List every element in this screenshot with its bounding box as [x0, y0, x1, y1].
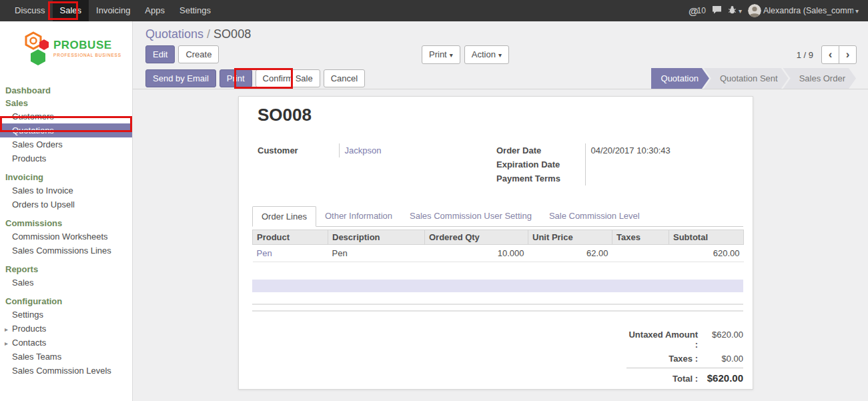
tab-sale-commission-level[interactable]: Sale Commission Level — [540, 206, 648, 226]
tab-order-lines[interactable]: Order Lines — [252, 206, 316, 227]
status-step-quotation[interactable]: Quotation — [651, 68, 709, 89]
brand-tagline: PROFESSIONAL BUSINESS — [53, 53, 121, 57]
sidebar-item-sales-teams[interactable]: Sales Teams — [0, 350, 132, 364]
separator-line — [252, 304, 743, 305]
bug-icon — [728, 5, 737, 16]
print-button[interactable]: Print — [220, 69, 252, 87]
customer-label: Customer — [258, 143, 339, 157]
sidebar-item-products[interactable]: Products — [0, 151, 132, 165]
col-product: Product — [253, 230, 328, 245]
print-dropdown-label: Print — [429, 49, 447, 59]
untaxed-amount-row: Untaxed Amount : $620.00 — [626, 328, 743, 352]
send-by-email-button[interactable]: Send by Email — [145, 69, 216, 87]
breadcrumb: Quotations / SO008 — [145, 27, 251, 41]
cell-subtotal: 620.00 — [669, 245, 744, 262]
untaxed-amount-value: $620.00 — [698, 330, 743, 340]
sidebar-item-orders-to-upsell[interactable]: Orders to Upsell — [0, 197, 132, 212]
expand-arrow-icon: ▸ — [5, 324, 8, 334]
create-button[interactable]: Create — [178, 45, 219, 63]
status-steps: Quotation Quotation Sent Sales Order — [651, 68, 856, 89]
pager-value: 1 / 9 — [797, 50, 813, 60]
sidebar-item-report-sales[interactable]: Sales — [0, 276, 132, 290]
expiration-date-value[interactable] — [585, 157, 735, 171]
sidebar-section-configuration[interactable]: Configuration — [0, 295, 132, 308]
col-unit-price: Unit Price — [528, 230, 612, 245]
payment-terms-label: Payment Terms — [496, 171, 585, 185]
edit-button[interactable]: Edit — [145, 45, 175, 63]
col-taxes: Taxes — [612, 230, 669, 245]
topbar-menu-invoicing[interactable]: Invoicing — [89, 0, 137, 21]
cancel-button[interactable]: Cancel — [324, 69, 365, 87]
control-panel-buttons: Edit Create — [145, 45, 219, 63]
sidebar-item-settings[interactable]: Settings — [0, 308, 132, 322]
sidebar-section-reports[interactable]: Reports — [0, 263, 132, 276]
sidebar-section-commissions[interactable]: Commissions — [0, 217, 132, 230]
confirm-sale-button[interactable]: Confirm Sale — [256, 69, 320, 87]
form-sheet: SO008 Customer Jackpson Order Date 04/20… — [238, 96, 753, 390]
total-label: Total : — [626, 374, 698, 384]
sidebar-item-contacts[interactable]: ▸ Contacts — [0, 336, 132, 350]
topbar-menu-apps[interactable]: Apps — [137, 0, 172, 21]
caret-down-icon: ▾ — [498, 51, 502, 59]
sidebar-section-dashboard[interactable]: Dashboard — [0, 84, 132, 97]
probuse-logo-icon — [24, 31, 51, 69]
probuse-logo: PROBUSE PROFESSIONAL BUSINESS — [0, 21, 132, 79]
sidebar-item-sales-to-invoice[interactable]: Sales to Invoice — [0, 183, 132, 197]
order-lines-section-row — [252, 280, 743, 292]
topbar-menu-settings[interactable]: Settings — [172, 0, 218, 21]
order-date-value[interactable]: 04/20/2017 10:30:43 — [585, 143, 735, 157]
statusbar-buttons: Send by Email Print Confirm Sale Cancel — [145, 69, 365, 87]
topbar-menu-sales[interactable]: Sales — [53, 0, 89, 21]
messages-button[interactable] — [712, 5, 722, 16]
cell-taxes — [612, 245, 669, 262]
caret-down-icon: ▾ — [739, 7, 742, 15]
pager: 1 / 9 ‹ › — [797, 45, 857, 64]
tab-other-information[interactable]: Other Information — [316, 206, 401, 226]
sidebar-item-label: Contacts — [12, 338, 46, 348]
payment-terms-value[interactable] — [585, 171, 735, 185]
taxes-row: Taxes : $0.00 — [626, 352, 743, 366]
top-navbar: Discuss Sales Invoicing Apps Settings @ … — [0, 0, 868, 21]
sidebar-item-config-products[interactable]: ▸ Products — [0, 322, 132, 336]
expiration-date-label: Expiration Date — [496, 157, 585, 171]
cell-description: Pen — [328, 245, 425, 262]
totals-block: Untaxed Amount : $620.00 Taxes : $0.00 T… — [626, 328, 743, 386]
record-title: SO008 — [258, 105, 312, 125]
sidebar-section-sales[interactable]: Sales — [0, 97, 132, 109]
mention-counter[interactable]: @ 10 — [689, 5, 706, 17]
status-step-quotation-sent[interactable]: Quotation Sent — [704, 68, 789, 89]
cell-unit-price: 62.00 — [528, 245, 612, 262]
sidebar-item-sales-commissions-lines[interactable]: Sales Commissions Lines — [0, 244, 132, 258]
app-sidebar: PROBUSE PROFESSIONAL BUSINESS Dashboard … — [0, 21, 133, 401]
breadcrumb-quotations-link[interactable]: Quotations — [145, 27, 203, 41]
pager-previous-button[interactable]: ‹ — [821, 45, 839, 64]
mention-count: 10 — [697, 6, 706, 15]
cell-ordered-qty: 10.000 — [425, 245, 528, 262]
avatar — [748, 4, 761, 17]
col-ordered-qty: Ordered Qty — [425, 230, 528, 245]
topbar-menu-discuss[interactable]: Discuss — [7, 0, 53, 21]
control-panel-menus: Print▾ Action▾ — [422, 45, 509, 64]
untaxed-amount-label: Untaxed Amount : — [626, 330, 698, 350]
sidebar-section-invoicing[interactable]: Invoicing — [0, 171, 132, 183]
pager-next-button[interactable]: › — [839, 45, 857, 64]
user-menu[interactable]: Alexandra (Sales_comm.. ▾ — [748, 4, 859, 17]
sidebar-item-label: Products — [12, 324, 46, 334]
sidebar-item-sales-orders[interactable]: Sales Orders — [0, 137, 132, 151]
debug-menu[interactable]: ▾ — [728, 5, 742, 16]
action-dropdown[interactable]: Action▾ — [464, 45, 509, 64]
col-description: Description — [328, 230, 425, 245]
customer-value[interactable]: Jackpson — [339, 143, 439, 157]
print-dropdown[interactable]: Print▾ — [422, 45, 460, 64]
cell-product[interactable]: Pen — [253, 245, 328, 262]
status-step-sales-order[interactable]: Sales Order — [783, 68, 856, 89]
breadcrumb-current: SO008 — [213, 27, 251, 41]
tab-sales-commission-user-setting[interactable]: Sales Commission User Setting — [401, 206, 540, 226]
sidebar-item-quotations[interactable]: Quotations — [0, 123, 132, 137]
taxes-value: $0.00 — [698, 354, 743, 364]
sidebar-item-sales-commission-levels[interactable]: Sales Commission Levels — [0, 364, 132, 378]
sidebar-item-customers[interactable]: Customers — [0, 109, 132, 123]
order-line-row[interactable]: Pen Pen 10.000 62.00 620.00 — [253, 245, 744, 262]
sidebar-item-commission-worksheets[interactable]: Commission Worksheets — [0, 230, 132, 244]
breadcrumb-separator: / — [207, 27, 210, 41]
